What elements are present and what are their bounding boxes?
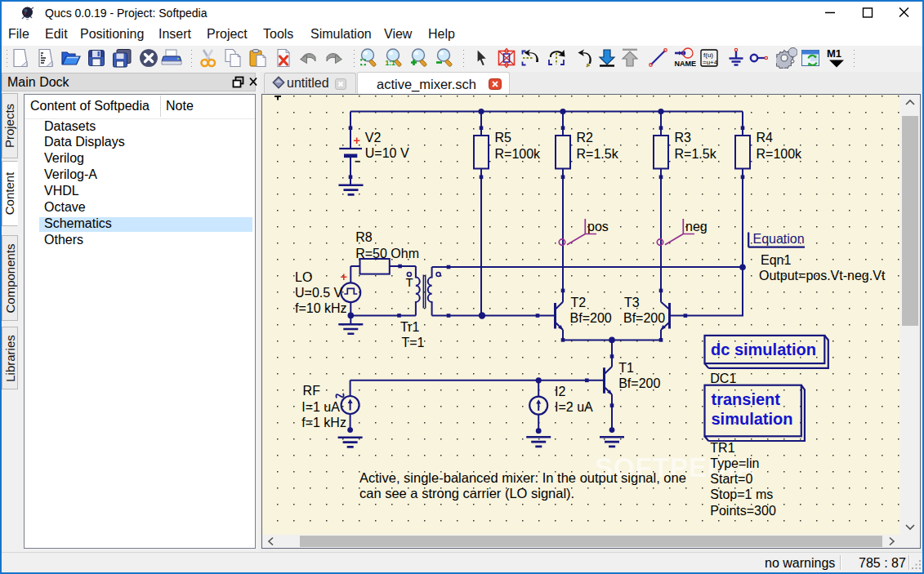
svg-text:R=1.5k: R=1.5k (675, 147, 717, 161)
svg-text:V2: V2 (365, 131, 382, 145)
svg-text:R=1.5k: R=1.5k (577, 147, 619, 161)
svg-text:Active, single-balanced mixer:: Active, single-balanced mixer: In the ou… (359, 470, 686, 485)
svg-text:LO: LO (295, 270, 312, 284)
svg-text:NAME: NAME (675, 60, 697, 68)
svg-text:Equation: Equation (753, 232, 805, 246)
svg-text:T=1: T=1 (402, 336, 425, 349)
svg-text:R=100k: R=100k (757, 147, 803, 161)
svg-text:=u+4: =u+4 (703, 59, 718, 66)
svg-text:I=2 uA: I=2 uA (555, 400, 593, 414)
svg-text:RF: RF (303, 384, 321, 398)
svg-text:Stop=1 ms: Stop=1 ms (710, 487, 773, 501)
svg-text:Points=300: Points=300 (710, 504, 776, 518)
svg-text:R8: R8 (355, 230, 373, 244)
svg-text:U=10 V: U=10 V (365, 146, 409, 160)
svg-text:pos: pos (587, 220, 609, 234)
svg-text:Output=pos.Vt-neg.Vt: Output=pos.Vt-neg.Vt (759, 269, 886, 283)
svg-text:U=0.5 V: U=0.5 V (295, 286, 343, 300)
svg-text:M1: M1 (827, 47, 841, 60)
svg-text:R2: R2 (577, 131, 594, 145)
svg-text:simulation: simulation (712, 410, 793, 428)
svg-text:Bf=200: Bf=200 (623, 311, 665, 325)
svg-text:Bf=200: Bf=200 (618, 376, 660, 390)
svg-text:f(u): f(u) (703, 51, 713, 59)
svg-text:can see a strong carrier (LO s: can see a strong carrier (LO signal). (359, 486, 574, 501)
svg-text:R3: R3 (675, 131, 692, 145)
svg-text:R5: R5 (495, 131, 512, 145)
svg-text:T3: T3 (624, 296, 640, 309)
svg-text:I2: I2 (555, 385, 565, 398)
svg-text:R=100k: R=100k (495, 147, 542, 161)
svg-text:f=10 kHz: f=10 kHz (295, 301, 347, 315)
svg-text:I=1 uA: I=1 uA (301, 400, 340, 414)
svg-text:Bf=200: Bf=200 (570, 311, 612, 325)
svg-text:TR1: TR1 (710, 441, 734, 455)
svg-text:R=50 Ohm: R=50 Ohm (355, 247, 419, 260)
svg-text:Tr1: Tr1 (400, 320, 420, 334)
svg-text:transient: transient (712, 390, 781, 408)
svg-text:Start=0: Start=0 (710, 472, 752, 486)
svg-text:dc simulation: dc simulation (711, 340, 816, 358)
svg-text:Eqn1: Eqn1 (761, 253, 791, 267)
svg-text:f=1 kHz: f=1 kHz (301, 416, 346, 429)
svg-text:1:1: 1:1 (386, 59, 396, 67)
svg-text:T1: T1 (618, 361, 634, 375)
svg-text:Type=lin: Type=lin (710, 456, 759, 470)
svg-text:DC1: DC1 (710, 372, 736, 385)
svg-text:neg: neg (685, 220, 708, 234)
svg-text:R4: R4 (757, 131, 774, 145)
svg-text:T2: T2 (570, 296, 586, 309)
svg-text:T: T (406, 275, 413, 289)
